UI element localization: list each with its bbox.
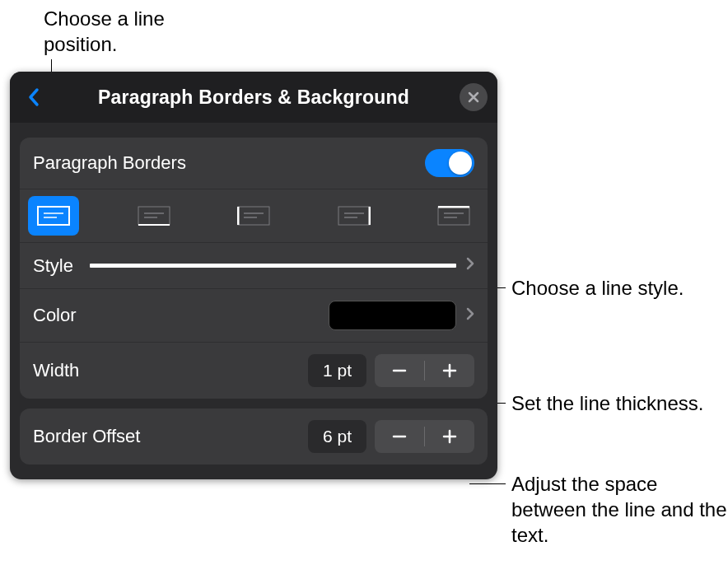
svg-rect-0 [38,207,69,225]
border-offset-row: Border Offset 6 pt [20,409,488,465]
border-left-icon [237,206,270,226]
border-position-top[interactable] [428,196,479,236]
border-position-bottom[interactable] [128,196,180,236]
toggle-knob [449,152,472,175]
callout-line-thickness: Set the line thickness. [511,390,703,416]
paragraph-borders-panel: Paragraph Borders & Background Paragraph… [10,72,497,479]
offset-stepper [375,420,474,453]
style-row[interactable]: Style [20,243,488,289]
svg-rect-3 [138,207,170,225]
close-button[interactable] [460,83,488,111]
close-icon [468,91,479,103]
color-row[interactable]: Color [20,289,488,343]
style-label: Style [33,255,73,277]
width-value[interactable]: 1 pt [308,354,366,387]
back-button[interactable] [20,83,48,111]
callout-border-offset: Adjust the space between the line and th… [511,471,728,549]
border-all-icon [37,206,70,226]
callout-connector [469,483,506,484]
border-position-left[interactable] [228,196,279,236]
svg-rect-11 [338,207,370,225]
width-increase-button[interactable] [425,354,474,387]
border-offset-label: Border Offset [33,426,308,447]
border-position-all[interactable] [28,196,79,236]
border-offset-value[interactable]: 6 pt [308,420,366,453]
color-label: Color [33,305,329,326]
paragraph-borders-toggle-row: Paragraph Borders [20,138,488,189]
borders-section: Paragraph Borders [20,138,488,399]
border-position-row [20,189,488,243]
svg-rect-7 [238,207,269,225]
plus-icon [441,362,458,379]
width-row: Width 1 pt [20,343,488,399]
minus-icon [391,362,408,379]
panel-title: Paragraph Borders & Background [48,86,460,109]
border-position-right[interactable] [329,196,380,236]
callout-line-position: Choose a line position. [44,6,165,57]
panel-header: Paragraph Borders & Background [10,72,497,123]
chevron-right-icon [466,257,474,274]
offset-section: Border Offset 6 pt [20,409,488,465]
callout-line-style: Choose a line style. [511,275,684,301]
width-decrease-button[interactable] [375,354,424,387]
border-right-icon [338,206,371,226]
offset-decrease-button[interactable] [375,420,424,453]
minus-icon [391,428,408,445]
plus-icon [441,428,458,445]
width-stepper [375,354,474,387]
chevron-right-icon [466,307,474,325]
width-label: Width [33,360,308,381]
toggle-label: Paragraph Borders [33,152,425,174]
border-top-icon [437,206,470,226]
svg-rect-15 [438,207,469,225]
offset-increase-button[interactable] [425,420,474,453]
style-preview-line [90,264,456,268]
color-swatch[interactable] [329,301,456,330]
chevron-left-icon [27,87,40,107]
border-bottom-icon [138,206,170,226]
paragraph-borders-toggle[interactable] [425,149,474,177]
